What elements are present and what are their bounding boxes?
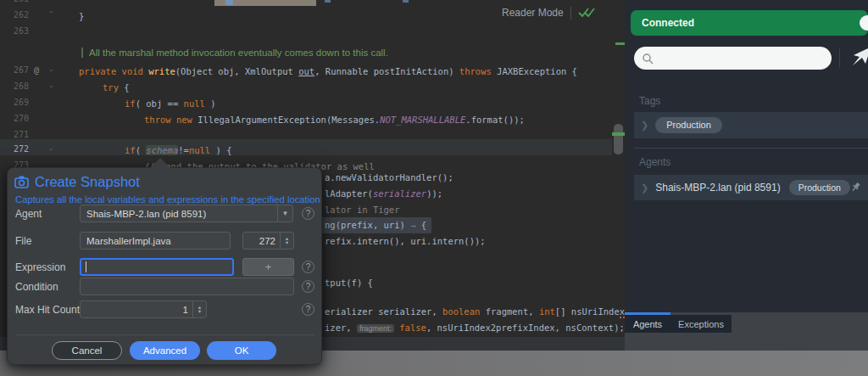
pin-icon[interactable] bbox=[850, 182, 861, 193]
max-hit-count-stepper[interactable]: 1 ▲▼ bbox=[80, 300, 207, 318]
code-token: write bbox=[148, 66, 175, 76]
code-token: IllegalArgumentException(Messages. bbox=[198, 115, 380, 125]
help-icon[interactable]: ? bbox=[302, 207, 314, 220]
add-expression-button[interactable]: + bbox=[242, 258, 294, 276]
dialog-title: Create Snapshot bbox=[35, 174, 140, 190]
error-stripe-mark[interactable] bbox=[615, 42, 625, 45]
code-token: private void bbox=[79, 66, 148, 76]
code-token: NOT_MARSHALLABLE bbox=[380, 115, 465, 125]
code-line[interactable]: if( schema!=null ) { bbox=[125, 144, 232, 157]
fold-marker-icon[interactable]: ⌄ bbox=[48, 81, 54, 89]
tab-agents[interactable]: Agents bbox=[625, 315, 670, 333]
file-field-value: MarshallerImpl.java bbox=[86, 236, 171, 246]
connection-toggle-knob[interactable] bbox=[860, 15, 868, 31]
code-token: try bbox=[103, 82, 119, 93]
max-hit-count-value: 1 bbox=[183, 305, 188, 315]
code-token: { bbox=[119, 82, 130, 93]
code-line[interactable]: } bbox=[79, 10, 84, 23]
code-line[interactable]: lAdapter(serializer)); bbox=[325, 188, 442, 200]
code-token: (Object obj, XmlOutput bbox=[175, 66, 298, 76]
chevron-right-icon[interactable]: ❯ bbox=[641, 182, 648, 194]
code-token: if bbox=[125, 98, 136, 109]
code-token: fragment, bbox=[480, 306, 539, 317]
help-icon[interactable]: ? bbox=[302, 303, 314, 316]
divider bbox=[570, 7, 571, 20]
agent-tag-pill[interactable]: Production bbox=[789, 180, 850, 196]
code-token: ) bbox=[205, 98, 216, 109]
code-line[interactable]: a.newValidatorHandler(); bbox=[325, 171, 453, 184]
fold-marker-icon[interactable]: ⌄ bbox=[48, 65, 54, 73]
code-token: .format()); bbox=[465, 115, 525, 125]
code-line[interactable]: throw new IllegalArgumentException(Messa… bbox=[144, 114, 525, 126]
editor-scrollbar[interactable] bbox=[614, 124, 623, 154]
connection-status-label: Connected bbox=[642, 17, 694, 29]
code-line[interactable]: tput(f) { bbox=[325, 277, 373, 289]
tag-pill[interactable]: Production bbox=[655, 117, 722, 133]
camera-icon bbox=[14, 176, 29, 188]
code-line[interactable]: private void write(Object obj, XmlOutput… bbox=[79, 65, 577, 78]
agent-label: Agent bbox=[15, 208, 42, 220]
line-number-stepper[interactable]: 272 ▲▼ bbox=[242, 232, 294, 250]
code-token: ( obj == bbox=[136, 98, 184, 109]
condition-label: Condition bbox=[15, 281, 58, 293]
code-line[interactable]: lator in Tiger bbox=[325, 204, 400, 216]
expression-input[interactable] bbox=[80, 258, 234, 276]
advanced-button[interactable]: Advanced bbox=[130, 341, 200, 360]
code-token: throw new bbox=[144, 115, 198, 125]
line-number-value: 272 bbox=[259, 236, 275, 246]
ok-button[interactable]: OK bbox=[207, 341, 276, 360]
reader-mode-control[interactable]: Reader Mode bbox=[502, 5, 595, 20]
fold-marker-icon[interactable]: ⌃ bbox=[48, 10, 54, 18]
code-token: izer, bbox=[325, 323, 357, 333]
code-token: tput(f) { bbox=[325, 278, 373, 288]
current-line-highlight bbox=[0, 139, 612, 155]
tab-exceptions[interactable]: Exceptions bbox=[670, 315, 732, 333]
search-input[interactable] bbox=[634, 47, 832, 70]
reader-mode-label[interactable]: Reader Mode bbox=[502, 7, 564, 19]
code-token: null bbox=[184, 98, 205, 109]
code-line[interactable]: try { bbox=[103, 81, 130, 94]
help-icon[interactable]: ? bbox=[302, 280, 314, 293]
code-token: All the marshal method invocation eventu… bbox=[89, 48, 388, 58]
stepper-arrows-icon[interactable]: ▲▼ bbox=[192, 301, 206, 317]
code-token: if bbox=[125, 145, 136, 155]
code-line[interactable]: izer, fragment: false, nsUriIndex2prefix… bbox=[325, 322, 625, 335]
tag-row[interactable]: ❯ Production bbox=[634, 112, 868, 138]
top-edge-tick bbox=[225, 0, 233, 5]
code-line[interactable]: erializer serializer, boolean fragment, … bbox=[325, 306, 625, 318]
error-stripe-mark[interactable] bbox=[612, 132, 625, 136]
chevron-down-icon[interactable]: ▼ bbox=[277, 205, 292, 222]
fold-marker-icon[interactable]: ⌄ bbox=[48, 144, 54, 152]
file-label: File bbox=[15, 235, 31, 247]
condition-input[interactable] bbox=[80, 278, 294, 295]
inspections-ok-icon[interactable] bbox=[578, 7, 595, 19]
create-snapshot-dialog: Create Snapshot Captures all the local v… bbox=[7, 167, 322, 365]
tags-section-label: Tags bbox=[639, 95, 660, 107]
divider bbox=[634, 148, 868, 149]
code-token: a.newValidatorHandler(); bbox=[325, 172, 453, 182]
cancel-button[interactable]: Cancel bbox=[52, 341, 122, 360]
gutter-line-number: 267 bbox=[0, 65, 29, 75]
app-window: 261262⌃263267@⌄268⌄269270271272⌄273 }All… bbox=[0, 0, 868, 376]
file-field[interactable]: MarshallerImpl.java bbox=[80, 232, 231, 250]
agent-row[interactable]: ❯ Shais-MBP-2.lan (pid 8591) Production bbox=[634, 175, 868, 200]
code-token: { bbox=[415, 220, 426, 230]
code-token: refix.intern(), uri.intern()); bbox=[325, 236, 486, 246]
agent-select[interactable]: Shais-MBP-2.lan (pid 8591) ▼ bbox=[80, 205, 293, 222]
gutter-line-number: 268 bbox=[0, 81, 29, 91]
divider bbox=[839, 48, 840, 68]
code-line[interactable]: ng(prefix, uri) → { bbox=[320, 217, 431, 233]
code-token: erializer serializer, bbox=[325, 306, 442, 317]
code-token: , Runnable postInitAction) bbox=[314, 66, 459, 76]
code-token: boolean bbox=[442, 306, 480, 317]
chevron-right-icon[interactable]: ❯ bbox=[641, 120, 648, 131]
balloon-arrow bbox=[150, 158, 170, 168]
code-line[interactable]: refix.intern(), uri.intern()); bbox=[325, 235, 486, 248]
stepper-arrows-icon[interactable]: ▲▼ bbox=[280, 233, 293, 249]
code-line[interactable]: All the marshal method invocation eventu… bbox=[81, 47, 388, 59]
agents-section-label: Agents bbox=[639, 156, 670, 168]
code-token: fragment: bbox=[357, 324, 394, 333]
code-line[interactable]: if( obj == null ) bbox=[125, 98, 216, 110]
code-token: lAdapter( bbox=[325, 188, 373, 199]
help-icon[interactable]: ? bbox=[302, 261, 314, 273]
